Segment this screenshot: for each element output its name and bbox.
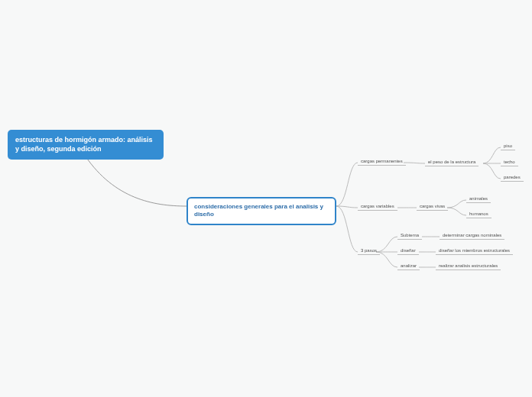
node-piso[interactable]: piso <box>501 143 515 150</box>
node-paredes[interactable]: paredes <box>501 174 524 182</box>
node-peso-estructura[interactable]: el peso de la estructura <box>425 159 478 166</box>
node-techo[interactable]: techo <box>501 159 518 166</box>
node-disenar-miembros[interactable]: diseñar los miembros estructurales <box>436 247 513 255</box>
node-disenar[interactable]: diseñar <box>397 247 419 255</box>
node-analizar[interactable]: analizar <box>397 263 420 270</box>
root-node[interactable]: estructuras de hormigón armado: análisis… <box>8 130 164 160</box>
sub-root-title: consideraciones generales para el analis… <box>194 203 323 218</box>
node-subtema[interactable]: Subtema <box>397 232 422 240</box>
node-humanos[interactable]: humanos <box>466 211 491 218</box>
root-title: estructuras de hormigón armado: análisis… <box>15 136 153 153</box>
sub-root-node[interactable]: consideraciones generales para el analis… <box>187 197 336 225</box>
node-determinar-cargas[interactable]: determinar cargas nominales <box>440 232 504 240</box>
branch-cargas-permanentes[interactable]: cargas permanentes <box>358 158 406 166</box>
branch-cargas-variables[interactable]: cargas variables <box>358 203 397 211</box>
node-animales[interactable]: animales <box>466 195 491 203</box>
node-cargas-vivas[interactable]: cargas vivas <box>417 203 448 211</box>
branch-3-pasos[interactable]: 3 pasos <box>358 247 380 255</box>
node-realizar-analisis[interactable]: realizar analisis estructurales <box>436 263 501 270</box>
